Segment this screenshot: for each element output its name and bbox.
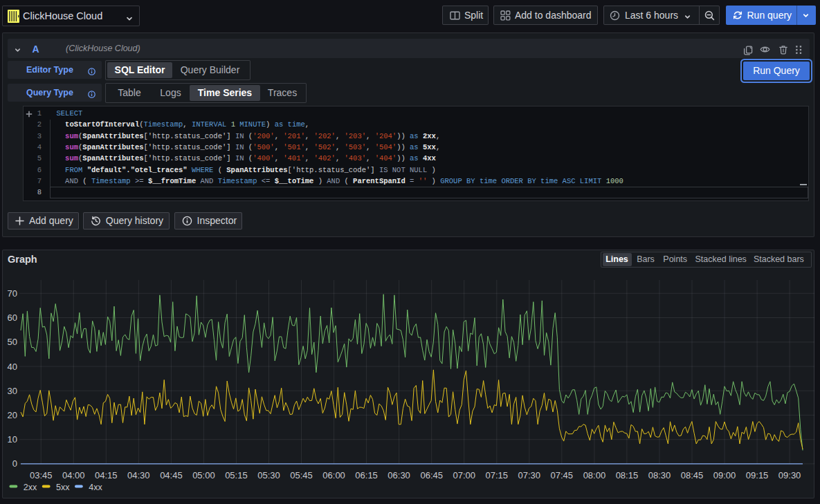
svg-text:03:45: 03:45 xyxy=(30,470,53,480)
svg-text:05:00: 05:00 xyxy=(192,470,215,480)
svg-text:30: 30 xyxy=(8,386,17,396)
svg-text:60: 60 xyxy=(8,312,17,323)
svg-text:07:15: 07:15 xyxy=(486,470,509,480)
svg-text:05:45: 05:45 xyxy=(290,470,313,480)
svg-text:40: 40 xyxy=(8,362,17,372)
svg-text:07:45: 07:45 xyxy=(551,470,574,480)
svg-text:70: 70 xyxy=(8,288,17,299)
svg-text:06:15: 06:15 xyxy=(355,470,378,480)
svg-text:05:30: 05:30 xyxy=(257,470,280,480)
svg-text:08:45: 08:45 xyxy=(681,470,704,480)
svg-text:06:00: 06:00 xyxy=(322,470,345,480)
svg-text:09:00: 09:00 xyxy=(713,470,736,480)
svg-text:07:00: 07:00 xyxy=(453,470,475,480)
svg-text:10: 10 xyxy=(8,434,17,445)
svg-text:08:00: 08:00 xyxy=(583,470,606,480)
svg-text:04:00: 04:00 xyxy=(62,470,85,480)
svg-text:20: 20 xyxy=(8,410,17,420)
svg-text:05:15: 05:15 xyxy=(225,470,248,480)
svg-text:2xx: 2xx xyxy=(24,483,37,492)
svg-text:50: 50 xyxy=(8,337,17,347)
svg-text:4xx: 4xx xyxy=(89,483,102,492)
svg-text:06:45: 06:45 xyxy=(420,470,443,480)
svg-text:09:15: 09:15 xyxy=(746,470,769,480)
svg-text:04:15: 04:15 xyxy=(95,470,118,480)
svg-text:07:30: 07:30 xyxy=(518,470,541,480)
svg-text:0: 0 xyxy=(12,458,17,469)
svg-text:04:45: 04:45 xyxy=(160,470,183,480)
svg-text:5xx: 5xx xyxy=(56,483,70,492)
svg-text:08:15: 08:15 xyxy=(616,470,639,480)
svg-text:06:30: 06:30 xyxy=(388,470,410,480)
svg-text:09:30: 09:30 xyxy=(778,470,801,480)
svg-text:04:30: 04:30 xyxy=(127,470,150,480)
svg-text:08:30: 08:30 xyxy=(648,470,671,480)
